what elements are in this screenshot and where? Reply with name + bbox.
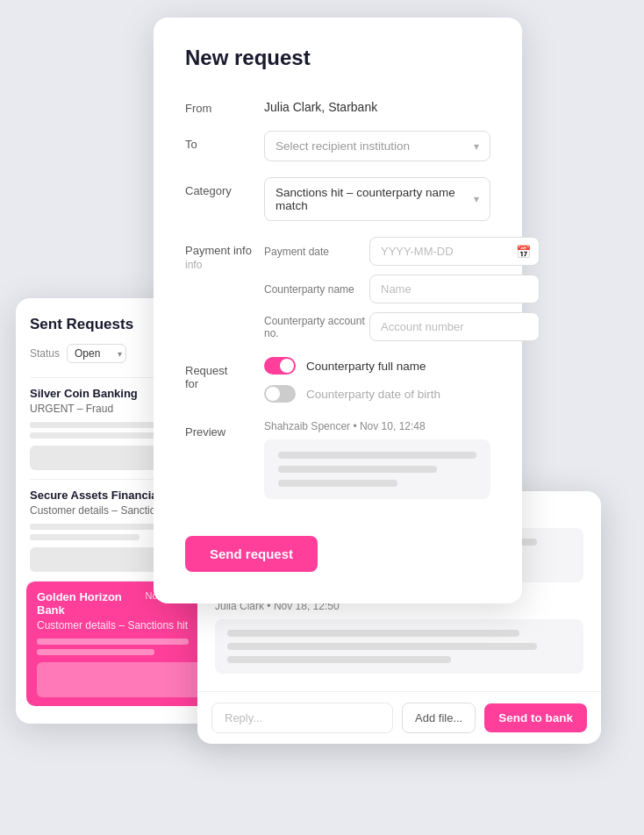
counterparty-name-input[interactable]: [369, 275, 540, 303]
from-label: From: [185, 95, 264, 115]
payment-info-group: Payment date 📅 Counterparty name Counter…: [264, 237, 540, 341]
preview-row: Preview Shahzaib Spencer • Nov 10, 12:48: [185, 418, 490, 499]
counterparty-name-label: Counterparty name: [264, 283, 369, 296]
preview-line-2: [278, 466, 437, 473]
send-request-button[interactable]: Send request: [185, 536, 318, 572]
payment-info-row: Payment infoinfo Payment date 📅 Counterp…: [185, 237, 490, 341]
conv-message: Julia Clark • Nov 18, 12:50: [215, 600, 583, 674]
to-label: To: [185, 131, 264, 151]
toggle-counterparty-dob[interactable]: [264, 385, 296, 403]
preview-box: [264, 439, 490, 499]
bank-name: Secure Assets Financial: [30, 489, 161, 502]
counterparty-name-row: Counterparty name: [264, 275, 540, 303]
chevron-down-icon: ▾: [474, 140, 479, 153]
counterparty-account-input[interactable]: [369, 312, 540, 341]
request-for-label: Requestfor: [185, 357, 264, 390]
to-row: To Select recipient institution ▾: [185, 131, 490, 161]
calendar-icon: 📅: [516, 245, 531, 259]
bank-name: Silver Coin Banking: [30, 387, 138, 400]
conversation-footer: Add file... Send to bank: [197, 691, 601, 744]
toggle2-label: Counterparty date of birth: [306, 388, 440, 401]
payment-date-label: Payment date: [264, 246, 369, 258]
skeleton-line: [37, 649, 154, 655]
payment-date-row: Payment date 📅: [264, 237, 540, 266]
toggle-row-1: Counterparty full name: [264, 357, 490, 375]
conv-bubble-2: [215, 619, 583, 674]
toggle-counterparty-name[interactable]: [264, 357, 296, 375]
skeleton-block: [37, 662, 205, 697]
reply-input[interactable]: [211, 703, 393, 733]
preview-meta: Shahzaib Spencer • Nov 10, 12:48: [264, 420, 490, 432]
category-row: Category Sanctions hit – counterparty na…: [185, 177, 490, 221]
category-dropdown[interactable]: Sanctions hit – counterparty name match …: [264, 177, 490, 221]
status-label: Status: [30, 347, 60, 360]
send-to-bank-button[interactable]: Send to bank: [484, 703, 587, 732]
chevron-down-icon: ▾: [474, 193, 479, 205]
request-for-row: Requestfor Counterparty full name Counte…: [185, 357, 490, 403]
counterparty-account-row: Counterparty account no.: [264, 312, 540, 341]
category-value: Sanctions hit – counterparty name match: [275, 186, 474, 212]
status-select[interactable]: Open Closed: [67, 344, 126, 363]
toggle-row-2: Counterparty date of birth: [264, 385, 490, 403]
preview-label: Preview: [185, 418, 264, 439]
add-file-button[interactable]: Add file...: [402, 703, 476, 733]
bank-name: Golden Horizon Bank: [37, 590, 146, 617]
from-value: Julia Clark, Starbank: [264, 95, 490, 114]
preview-line-1: [278, 452, 476, 459]
new-request-card: New request From Julia Clark, Starbank T…: [154, 18, 522, 603]
recipient-dropdown[interactable]: Select recipient institution ▾: [264, 131, 490, 161]
new-request-title: New request: [185, 46, 490, 70]
from-row: From Julia Clark, Starbank: [185, 95, 490, 115]
payment-info-label: Payment infoinfo: [185, 237, 264, 272]
payment-date-input[interactable]: [369, 237, 540, 266]
preview-line-3: [278, 480, 397, 487]
skeleton-line: [37, 639, 189, 645]
category-label: Category: [185, 177, 264, 197]
recipient-placeholder: Select recipient institution: [275, 139, 410, 153]
request-category: Customer details – Sanctions hit: [37, 619, 205, 632]
toggle1-label: Counterparty full name: [306, 360, 426, 373]
counterparty-account-label: Counterparty account no.: [264, 315, 369, 339]
request-for-group: Counterparty full name Counterparty date…: [264, 357, 490, 403]
